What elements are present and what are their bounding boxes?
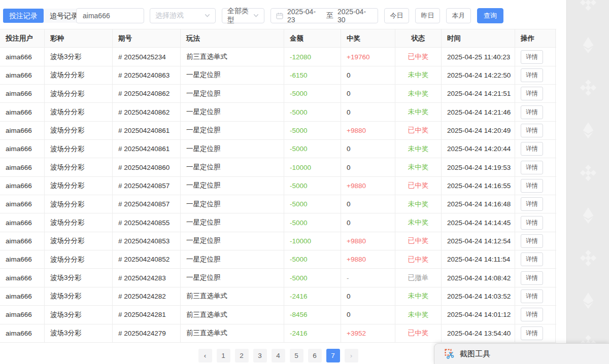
cell-user: aima666 (0, 48, 45, 65)
cell-play: 一星定位胆 (181, 103, 284, 121)
detail-button[interactable]: 详情 (521, 326, 543, 340)
cell-play: 一星定位胆 (181, 66, 284, 84)
detail-button[interactable]: 详情 (521, 179, 543, 193)
cell-prize: 0 (341, 66, 395, 84)
table-row: aima666 波场分分彩 # 202504240861 一星定位胆 -5000… (0, 140, 556, 158)
cell-amount: -2416 (284, 324, 341, 342)
header-prize: 中奖 (341, 29, 395, 47)
cell-amount: -12080 (284, 48, 341, 65)
header-amount: 金额 (284, 29, 341, 47)
cell-prize: +9880 (341, 122, 395, 139)
detail-button[interactable]: 详情 (521, 197, 543, 211)
cell-amount: -5000 (284, 177, 341, 195)
pagination-page-5[interactable]: 5 (290, 349, 303, 362)
cell-status: 未中奖 (395, 306, 442, 323)
pagination-page-3[interactable]: 3 (253, 349, 267, 362)
cell-prize: 0 (341, 103, 395, 121)
cell-status: 未中奖 (395, 103, 442, 121)
cell-time: 2025-04-24 14:21:46 (442, 103, 515, 121)
binance-icon (580, 164, 597, 181)
cell-lottery: 波场分分彩 (45, 195, 113, 213)
table-row: aima666 波场3分彩 # 20250424279 前三直选单式 -2416… (0, 324, 556, 343)
ethereum-icon (580, 292, 597, 309)
tab-bet-records[interactable]: 投注记录 (3, 9, 44, 23)
pagination-page-2[interactable]: 2 (235, 349, 249, 362)
cell-user: aima666 (0, 195, 45, 213)
yesterday-button[interactable]: 昨日 (415, 8, 440, 23)
table-row: aima666 波场3分彩 # 20250424281 前三直选单式 -8456… (0, 306, 556, 324)
detail-button[interactable]: 详情 (521, 105, 543, 119)
detail-button[interactable]: 详情 (521, 142, 543, 156)
cell-prize: 0 (341, 195, 395, 213)
cell-amount: -6150 (284, 66, 341, 84)
cell-user: aima666 (0, 269, 45, 286)
cell-time: 2025-04-24 14:19:53 (442, 158, 515, 176)
pagination-pages: 1234567 (217, 349, 340, 362)
table-row: aima666 波场分分彩 # 202504240862 一星定位胆 -5000… (0, 85, 556, 103)
cell-play: 前三直选单式 (181, 306, 284, 323)
date-separator: 至 (326, 11, 333, 20)
cell-user: aima666 (0, 213, 45, 231)
detail-button[interactable]: 详情 (521, 234, 543, 248)
cell-issue: # 202504240861 (113, 122, 181, 139)
cell-user: aima666 (0, 122, 45, 139)
binance-icon (580, 0, 597, 11)
detail-button[interactable]: 详情 (521, 50, 543, 64)
cell-time: 2025-04-24 14:16:48 (442, 195, 515, 213)
cell-issue: # 202504240857 (113, 177, 181, 195)
cell-play: 一星定位胆 (181, 213, 284, 231)
type-select[interactable]: 全部类型 (222, 8, 264, 23)
detail-button[interactable]: 详情 (521, 271, 543, 285)
cell-amount: -5000 (284, 250, 341, 268)
cell-issue: # 202504240860 (113, 158, 181, 176)
cell-amount: -5000 (284, 195, 341, 213)
cell-issue: # 202504240863 (113, 66, 181, 84)
pagination-prev[interactable]: ‹ (198, 349, 212, 362)
ethereum-icon (580, 122, 597, 139)
cell-lottery: 波场分分彩 (45, 140, 113, 158)
pagination-page-4[interactable]: 4 (272, 349, 285, 362)
bet-records-table: 投注用户 彩种 期号 玩法 金额 中奖 状态 时间 操作 aima666 波场3… (0, 29, 556, 343)
cell-time: 2025-04-24 14:11:54 (442, 250, 515, 268)
game-select[interactable]: 选择游戏 (150, 8, 216, 23)
cell-status: 已中奖 (395, 177, 442, 195)
header-action: 操作 (515, 29, 556, 47)
detail-button[interactable]: 详情 (521, 68, 543, 82)
snipping-tool-window[interactable]: 截图工具 (434, 343, 609, 364)
pagination-page-7[interactable]: 7 (326, 349, 340, 362)
cell-play: 一星定位胆 (181, 140, 284, 158)
cell-prize: +19760 (341, 48, 395, 65)
detail-button[interactable]: 详情 (521, 216, 543, 230)
cell-user: aima666 (0, 324, 45, 342)
detail-button[interactable]: 详情 (521, 308, 543, 321)
cell-user: aima666 (0, 103, 45, 121)
cell-lottery: 波场分分彩 (45, 85, 113, 102)
cell-prize: +9880 (341, 232, 395, 250)
cell-issue: # 20250424281 (113, 306, 181, 323)
cell-status: 已中奖 (395, 232, 442, 250)
snipping-tool-icon (445, 349, 455, 359)
pagination-next[interactable]: › (345, 349, 358, 362)
detail-button[interactable]: 详情 (521, 252, 543, 266)
detail-button[interactable]: 详情 (521, 289, 543, 303)
month-button[interactable]: 本月 (446, 8, 471, 23)
cell-issue: # 20250424279 (113, 324, 181, 342)
today-button[interactable]: 今日 (384, 8, 409, 23)
detail-button[interactable]: 详情 (521, 87, 543, 100)
table-row: aima666 波场分分彩 # 202504240861 一星定位胆 -5000… (0, 122, 556, 140)
detail-button[interactable]: 详情 (521, 124, 543, 137)
cell-status: 已撤单 (395, 269, 442, 286)
header-user: 投注用户 (0, 29, 45, 47)
cell-play: 一星定位胆 (181, 269, 284, 286)
pagination-page-6[interactable]: 6 (308, 349, 322, 362)
cell-user: aima666 (0, 66, 45, 84)
detail-button[interactable]: 详情 (521, 161, 543, 174)
date-range-picker[interactable]: 2025-04-23 至 2025-04-30 (270, 8, 378, 23)
date-end: 2025-04-30 (337, 8, 373, 24)
username-input[interactable] (76, 8, 144, 23)
cell-status: 已中奖 (395, 250, 442, 268)
cell-user: aima666 (0, 232, 45, 250)
pagination-page-1[interactable]: 1 (217, 349, 230, 362)
query-button[interactable]: 查询 (477, 8, 503, 23)
header-play: 玩法 (181, 29, 284, 47)
